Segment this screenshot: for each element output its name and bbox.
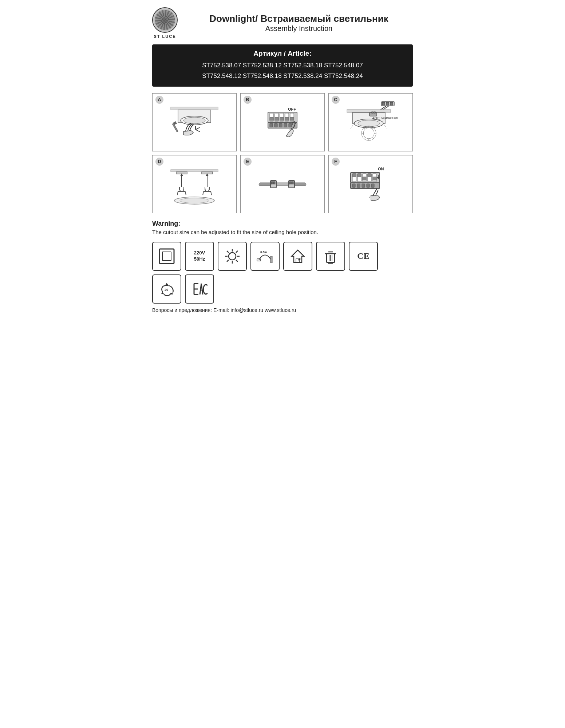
diagram-b-label: B xyxy=(244,96,252,104)
diagram-f: F ON xyxy=(328,155,413,213)
diagram-a: A xyxy=(152,93,237,151)
svg-line-45 xyxy=(372,128,374,129)
svg-marker-118 xyxy=(292,250,304,262)
diagram-e-label: E xyxy=(244,158,252,166)
svg-rect-73 xyxy=(275,183,290,186)
svg-text:ON: ON xyxy=(378,167,384,171)
svg-rect-38 xyxy=(372,112,373,113)
svg-rect-96 xyxy=(352,184,355,187)
svg-line-68 xyxy=(211,191,212,195)
diagram-c-content: ← Adjustable spring xyxy=(329,94,412,151)
svg-rect-104 xyxy=(162,252,171,261)
svg-rect-13 xyxy=(280,117,284,120)
diagram-c-label: C xyxy=(332,96,340,104)
svg-rect-98 xyxy=(362,184,365,187)
svg-rect-77 xyxy=(273,182,275,184)
svg-rect-88 xyxy=(357,174,361,177)
diagram-a-label: A xyxy=(155,96,163,104)
article-label: Артикул / Article: xyxy=(159,50,406,58)
diagram-c: C ← Adjustable spring xyxy=(328,93,413,151)
diagram-d: D xyxy=(152,155,237,213)
square-in-square-symbol xyxy=(152,242,181,271)
svg-rect-74 xyxy=(293,183,306,186)
logo-text: ST LUCE xyxy=(154,34,176,39)
svg-rect-52 xyxy=(171,170,218,172)
svg-rect-22 xyxy=(284,123,287,127)
warning-text: The cutout size can be adjusted to fit t… xyxy=(152,229,413,235)
svg-rect-31 xyxy=(347,110,391,112)
svg-rect-21 xyxy=(279,123,282,127)
diagram-f-content: ON xyxy=(329,155,412,213)
weee-symbol xyxy=(316,242,345,271)
svg-rect-92 xyxy=(368,174,371,177)
svg-rect-4 xyxy=(172,123,178,132)
svg-text:20: 20 xyxy=(165,288,168,292)
symbols-row-2: 20 xyxy=(152,274,413,304)
svg-point-105 xyxy=(229,253,236,260)
svg-rect-20 xyxy=(274,123,277,127)
svg-line-40 xyxy=(351,123,354,128)
svg-rect-100 xyxy=(371,184,374,187)
svg-rect-28 xyxy=(390,102,393,105)
diagram-e: E xyxy=(240,155,325,213)
diagram-a-content xyxy=(153,94,236,151)
svg-point-3 xyxy=(183,117,205,124)
svg-rect-9 xyxy=(270,117,273,120)
svg-point-34 xyxy=(358,120,380,127)
svg-rect-27 xyxy=(386,102,389,105)
svg-line-67 xyxy=(203,191,204,195)
svg-rect-90 xyxy=(363,177,366,180)
svg-rect-99 xyxy=(367,184,370,187)
warning-title: Warning: xyxy=(152,220,413,228)
svg-rect-79 xyxy=(289,182,291,184)
title-area: Downlight/ Встраиваемый светильник Assem… xyxy=(185,13,413,33)
svg-rect-23 xyxy=(289,123,292,127)
svg-line-51 xyxy=(364,128,365,129)
diagrams-grid: A xyxy=(152,93,413,213)
svg-rect-0 xyxy=(171,107,218,110)
svg-line-135 xyxy=(201,284,203,294)
warning-section: Warning: The cutout size can be adjusted… xyxy=(152,220,413,235)
article-row1: ST752.538.07 ST752.538.12 ST752.538.18 S… xyxy=(159,60,406,71)
svg-line-113 xyxy=(227,260,229,262)
diagram-b: B OFF xyxy=(240,93,325,151)
article-numbers: ST752.538.07 ST752.538.12 ST752.538.18 S… xyxy=(159,60,406,82)
svg-rect-72 xyxy=(259,183,272,186)
article-row2: ST752.548.12 ST752.548.18 ST752.538.24 S… xyxy=(159,71,406,82)
svg-rect-19 xyxy=(270,123,273,127)
title-sub: Assembly Instruction xyxy=(185,24,413,33)
svg-point-43 xyxy=(363,128,374,139)
svg-line-63 xyxy=(185,191,186,195)
svg-rect-94 xyxy=(373,177,376,180)
svg-rect-80 xyxy=(292,182,293,184)
svg-line-62 xyxy=(177,191,178,195)
voltage-symbol: 220V50Hz xyxy=(185,242,214,271)
diagram-d-label: D xyxy=(155,158,163,166)
distance-symbol: 0.5m xyxy=(250,242,280,271)
svg-rect-97 xyxy=(357,184,360,187)
svg-line-49 xyxy=(364,138,365,139)
svg-text:← Adjustable spring: ← Adjustable spring xyxy=(378,116,398,119)
diagram-f-label: F xyxy=(332,158,340,166)
light-symbol xyxy=(218,242,247,271)
svg-rect-76 xyxy=(271,182,273,184)
svg-rect-15 xyxy=(285,117,289,120)
logo-area: ST LUCE xyxy=(152,7,178,39)
svg-rect-39 xyxy=(374,112,375,113)
svg-line-110 xyxy=(227,251,229,253)
svg-line-112 xyxy=(236,251,238,253)
svg-rect-117 xyxy=(270,256,272,263)
svg-rect-86 xyxy=(352,174,356,177)
title-main: Downlight/ Встраиваемый светильник xyxy=(185,13,413,24)
diagram-d-content xyxy=(153,155,236,213)
svg-line-47 xyxy=(372,138,374,139)
indoor-symbol xyxy=(283,242,312,271)
svg-text:0.5m: 0.5m xyxy=(260,250,267,254)
svg-line-41 xyxy=(383,123,387,128)
svg-rect-103 xyxy=(159,249,174,264)
contact-info: Вопросы и предложения: E-mail: info@stlu… xyxy=(152,307,413,313)
svg-rect-17 xyxy=(290,117,294,120)
article-box: Артикул / Article: ST752.538.07 ST752.53… xyxy=(152,44,413,87)
diagram-e-content xyxy=(241,155,324,213)
diagram-b-content: OFF xyxy=(241,94,324,151)
